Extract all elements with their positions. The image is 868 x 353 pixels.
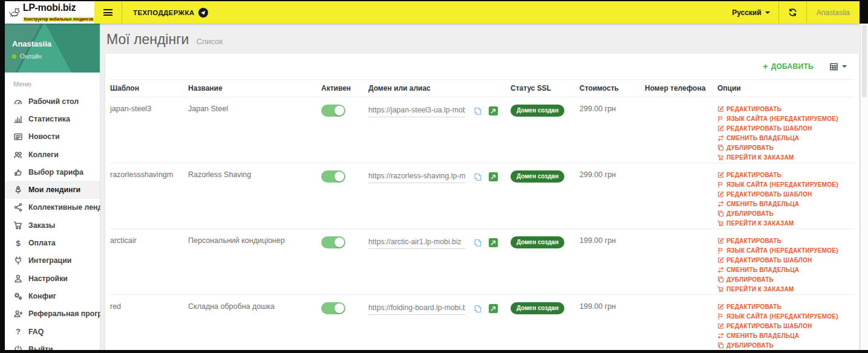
option-edit-template-link[interactable]: РЕДАКТИРОВАТЬ ШАБЛОН [717, 322, 852, 331]
sidebar-item-orders[interactable]: Заказы [5, 216, 100, 234]
sidebar-item-referral[interactable]: Реферальная программа [5, 305, 100, 323]
sidebar-item-collective-landings[interactable]: Коллективные лендинги [5, 199, 100, 216]
active-toggle[interactable] [321, 302, 345, 314]
option-edit-template-link[interactable]: РЕДАКТИРОВАТЬ ШАБЛОН [717, 190, 852, 199]
domain-input[interactable] [368, 236, 465, 249]
column-header-domain: Домен или алиас [368, 80, 511, 97]
sidebar-item-logout[interactable]: Выйти [5, 340, 100, 350]
sidebar-item-payment[interactable]: $ Оплата [5, 234, 100, 251]
add-landing-button[interactable]: + ДОБАВИТЬ [763, 62, 814, 71]
sidebar-item-settings[interactable]: Настройки [5, 270, 100, 287]
column-header-phone: Номер телефона [645, 80, 717, 97]
edit-icon [717, 191, 724, 198]
cart-icon [717, 286, 724, 293]
name-cell: Складна обробна дошка [188, 302, 275, 311]
option-go-to-orders-link[interactable]: ПЕРЕЙТИ К ЗАКАЗАМ [717, 219, 852, 228]
user-plus-icon [13, 309, 23, 319]
active-toggle[interactable] [321, 170, 345, 183]
sidebar-item-dashboard[interactable]: Рабочий стол [5, 92, 100, 110]
option-edit-template-link[interactable]: РЕДАКТИРОВАТЬ ШАБЛОН [717, 256, 852, 265]
option-site-language-link[interactable]: ЯЗЫК САЙТА (НЕРЕДАКТИРУЕМОЕ) [717, 246, 852, 255]
option-change-owner-link[interactable]: СМЕНИТЬ ВЛАДЕЛЬЦА [717, 134, 852, 143]
copy-icon[interactable] [474, 305, 482, 313]
sidebar-item-news[interactable]: Новости [5, 128, 100, 146]
sidebar-item-label: Рабочий стол [28, 97, 79, 106]
sidebar-item-label: Заказы [28, 221, 55, 230]
option-duplicate-link[interactable]: ДУБЛИРОВАТЬ [717, 275, 852, 284]
ssl-status-badge: Домен создан [511, 105, 564, 117]
option-label: РЕДАКТИРОВАТЬ [726, 106, 782, 112]
online-status-icon [12, 54, 16, 59]
flag-icon [717, 313, 724, 320]
sidebar-item-faq[interactable]: ? FAQ [5, 323, 100, 340]
option-label: ДУБЛИРОВАТЬ [726, 276, 774, 283]
edit-icon [717, 238, 724, 244]
sidebar-item-colleagues[interactable]: Коллеги [5, 146, 100, 163]
option-label: ДУБЛИРОВАТЬ [726, 342, 774, 349]
option-go-to-orders-link[interactable]: ПЕРЕЙТИ К ЗАКАЗАМ [717, 153, 852, 162]
option-duplicate-link[interactable]: ДУБЛИРОВАТЬ [717, 143, 852, 152]
option-duplicate-link[interactable]: ДУБЛИРОВАТЬ [717, 341, 852, 350]
refresh-button[interactable] [778, 1, 806, 24]
active-toggle[interactable] [321, 236, 345, 248]
cart-icon [717, 154, 724, 161]
option-go-to-orders-link[interactable]: ПЕРЕЙТИ К ЗАКАЗАМ [717, 285, 852, 294]
option-label: СМЕНИТЬ ВЛАДЕЛЬЦА [726, 267, 799, 273]
template-cell: razorlessshavingm [110, 170, 173, 179]
copy-icon[interactable] [474, 107, 482, 115]
logo-title: LP-mobi.biz [23, 3, 94, 13]
sidebar-item-tariff[interactable]: Выбор тарифа [5, 163, 100, 181]
option-edit-link[interactable]: РЕДАКТИРОВАТЬ [717, 302, 852, 311]
domain-input[interactable] [368, 170, 465, 183]
account-menu[interactable]: Anastasiia [806, 1, 860, 24]
sidebar-item-config[interactable]: Конфиг [5, 287, 100, 305]
support-button[interactable]: ТЕХПОДДЕРЖКА [133, 1, 208, 24]
domain-input[interactable] [368, 105, 465, 117]
scrollbar[interactable] [860, 24, 868, 350]
sidebar-item-label: Конфиг [28, 292, 56, 300]
option-label: ДУБЛИРОВАТЬ [726, 144, 774, 151]
sidebar-toggle-button[interactable] [94, 1, 122, 24]
option-change-owner-link[interactable]: СМЕНИТЬ ВЛАДЕЛЬЦА [717, 265, 852, 274]
option-change-owner-link[interactable]: СМЕНИТЬ ВЛАДЕЛЬЦА [717, 199, 852, 209]
option-change-owner-link[interactable]: СМЕНИТЬ ВЛАДЕЛЬЦА [717, 331, 852, 340]
dollar-icon: $ [13, 238, 23, 248]
external-link-icon[interactable] [489, 304, 498, 313]
external-link-icon[interactable] [489, 172, 498, 181]
option-duplicate-link[interactable]: ДУБЛИРОВАТЬ [717, 209, 852, 218]
option-label: СМЕНИТЬ ВЛАДЕЛЬЦА [726, 201, 799, 207]
ssl-status-badge: Домен создан [511, 170, 564, 183]
view-options-dropdown[interactable] [829, 62, 847, 71]
sidebar-item-integrations[interactable]: Интеграции [5, 252, 100, 270]
option-edit-link[interactable]: РЕДАКТИРОВАТЬ [717, 236, 852, 245]
dashboard-icon [13, 97, 23, 106]
copy-icon[interactable] [474, 173, 482, 181]
option-edit-template-link[interactable]: РЕДАКТИРОВАТЬ ШАБЛОН [717, 124, 852, 133]
add-button-label: ДОБАВИТЬ [771, 62, 814, 71]
option-label: ЯЗЫК САЙТА (НЕРЕДАКТИРУЕМОЕ) [726, 247, 838, 254]
table-grid-icon [829, 62, 838, 71]
domain-input[interactable] [368, 302, 465, 315]
option-label: РЕДАКТИРОВАТЬ ШАБЛОН [726, 191, 812, 198]
sidebar-item-my-landings[interactable]: Мои лендинги [5, 181, 100, 198]
app-window: LP-mobi.biz Конструктор мобильных лендин… [5, 1, 868, 350]
language-selector[interactable]: Русский [723, 1, 778, 24]
option-edit-link[interactable]: РЕДАКТИРОВАТЬ [717, 105, 852, 114]
copy-icon[interactable] [474, 239, 482, 247]
column-header-name: Название [188, 80, 321, 97]
external-link-icon[interactable] [489, 238, 498, 247]
sidebar-item-statistics[interactable]: Статистика [5, 110, 100, 128]
chevron-down-icon [842, 65, 847, 68]
logo[interactable]: LP-mobi.biz Конструктор мобильных лендин… [5, 1, 94, 24]
active-toggle[interactable] [321, 105, 345, 117]
option-site-language-link[interactable]: ЯЗЫК САЙТА (НЕРЕДАКТИРУЕМОЕ) [717, 180, 852, 189]
question-icon: ? [13, 327, 23, 337]
ssl-status-badge: Домен создан [511, 236, 564, 248]
option-site-language-link[interactable]: ЯЗЫК САЙТА (НЕРЕДАКТИРУЕМОЕ) [717, 312, 852, 321]
option-edit-link[interactable]: РЕДАКТИРОВАТЬ [717, 170, 852, 180]
chevron-down-icon [765, 11, 770, 14]
option-site-language-link[interactable]: ЯЗЫК САЙТА (НЕРЕДАКТИРУЕМОЕ) [717, 114, 852, 123]
scrollbar-thumb[interactable] [862, 25, 867, 97]
external-link-icon[interactable] [489, 106, 498, 115]
topbar: LP-mobi.biz Конструктор мобильных лендин… [5, 1, 860, 24]
